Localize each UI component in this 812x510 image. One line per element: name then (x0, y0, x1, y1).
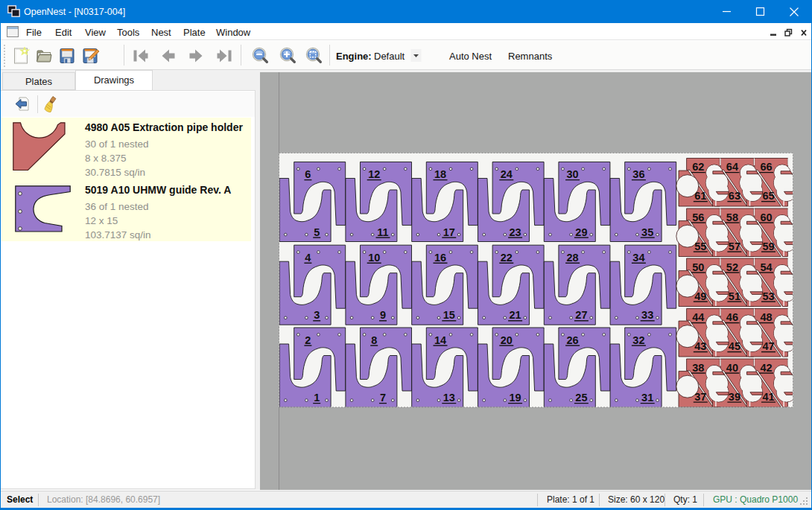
svg-text:47: 47 (762, 340, 774, 352)
svg-text:24: 24 (501, 168, 513, 180)
svg-text:64: 64 (726, 161, 738, 173)
svg-text:56: 56 (692, 211, 704, 223)
svg-text:22: 22 (501, 252, 513, 264)
svg-text:3: 3 (314, 309, 320, 321)
svg-text:16: 16 (434, 252, 446, 264)
svg-text:49: 49 (694, 290, 706, 302)
svg-text:28: 28 (567, 252, 579, 264)
svg-text:1: 1 (314, 392, 320, 404)
svg-text:45: 45 (729, 340, 740, 352)
svg-text:5: 5 (314, 226, 320, 238)
svg-text:55: 55 (694, 240, 706, 252)
svg-text:60: 60 (760, 211, 772, 223)
svg-text:19: 19 (510, 392, 521, 404)
svg-text:25: 25 (575, 392, 587, 404)
svg-text:8: 8 (371, 334, 377, 346)
svg-text:27: 27 (575, 309, 587, 321)
svg-text:61: 61 (694, 190, 706, 202)
svg-text:65: 65 (762, 190, 774, 202)
svg-text:36: 36 (632, 168, 644, 180)
svg-text:50: 50 (692, 261, 704, 273)
svg-text:63: 63 (729, 190, 740, 202)
svg-text:34: 34 (632, 252, 644, 264)
svg-text:66: 66 (760, 161, 772, 173)
svg-text:37: 37 (694, 391, 706, 403)
svg-text:52: 52 (726, 261, 738, 273)
svg-text:38: 38 (692, 362, 704, 374)
svg-text:51: 51 (729, 290, 740, 302)
svg-text:59: 59 (762, 240, 774, 252)
svg-text:11: 11 (377, 226, 388, 238)
svg-text:54: 54 (760, 261, 772, 273)
svg-text:46: 46 (726, 311, 738, 323)
svg-text:35: 35 (641, 226, 653, 238)
svg-text:14: 14 (434, 334, 446, 346)
svg-text:9: 9 (380, 309, 386, 321)
svg-text:62: 62 (692, 161, 704, 173)
svg-text:48: 48 (760, 311, 772, 323)
svg-text:10: 10 (368, 252, 380, 264)
svg-text:26: 26 (567, 334, 579, 346)
svg-text:23: 23 (510, 226, 521, 238)
svg-text:57: 57 (729, 240, 740, 252)
svg-text:40: 40 (726, 362, 738, 374)
svg-text:29: 29 (575, 226, 587, 238)
svg-text:12: 12 (368, 168, 380, 180)
svg-text:41: 41 (762, 391, 774, 403)
svg-text:20: 20 (501, 334, 513, 346)
svg-text:44: 44 (692, 311, 704, 323)
svg-text:31: 31 (641, 392, 653, 404)
svg-text:4: 4 (305, 252, 311, 264)
svg-text:42: 42 (760, 362, 772, 374)
svg-text:7: 7 (380, 392, 386, 404)
svg-text:13: 13 (443, 392, 455, 404)
svg-text:43: 43 (694, 340, 706, 352)
svg-text:58: 58 (726, 211, 738, 223)
svg-text:21: 21 (510, 309, 521, 321)
svg-text:6: 6 (305, 168, 311, 180)
svg-text:32: 32 (632, 334, 644, 346)
svg-text:53: 53 (762, 290, 774, 302)
svg-text:18: 18 (434, 168, 446, 180)
svg-text:15: 15 (443, 309, 455, 321)
svg-text:30: 30 (567, 168, 579, 180)
svg-text:33: 33 (641, 309, 653, 321)
svg-text:39: 39 (729, 391, 740, 403)
svg-text:2: 2 (305, 334, 311, 346)
svg-text:17: 17 (443, 226, 455, 238)
